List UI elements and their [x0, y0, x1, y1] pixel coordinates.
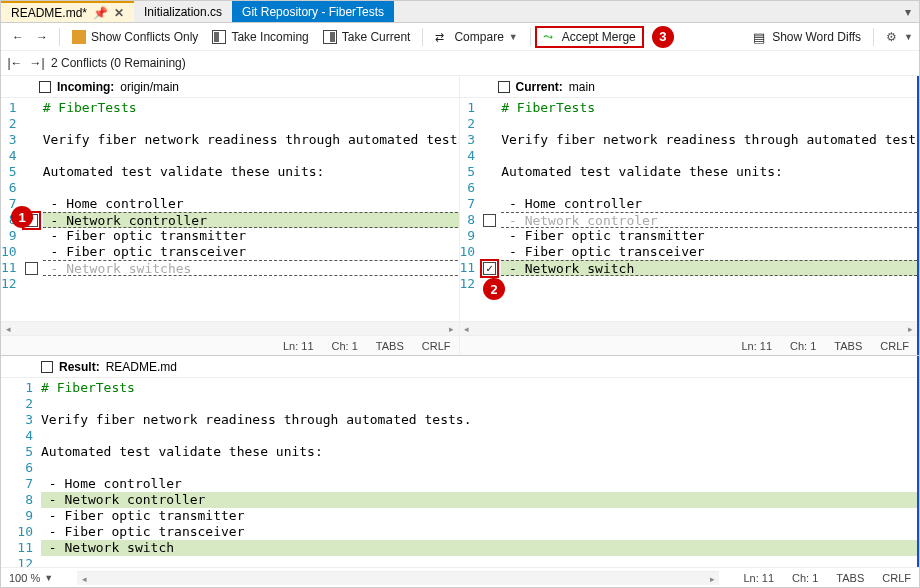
dropdown-arrow-icon: ▼ [509, 32, 518, 42]
code-line[interactable] [43, 180, 459, 196]
code-line[interactable]: - Home controller [501, 196, 917, 212]
current-code[interactable]: 123456789101112 # FiberTestsVerify fiber… [460, 98, 918, 321]
line-gutter: 123456789101112 [460, 98, 484, 321]
horizontal-scrollbar[interactable]: ◂ ▸ [1, 321, 459, 335]
first-conflict-icon[interactable]: |← [7, 56, 23, 70]
pane-icon [498, 81, 510, 93]
current-status: Ln: 11 Ch: 1 TABS CRLF [460, 335, 918, 355]
code-line[interactable]: - Fiber optic transmitter [501, 228, 917, 244]
code-line[interactable]: # FiberTests [43, 100, 459, 116]
code-line[interactable]: Verify fiber network readiness through a… [43, 132, 459, 148]
conflict-checkbox[interactable] [483, 262, 496, 275]
gear-icon[interactable]: ⚙ [880, 26, 902, 48]
scroll-right-icon[interactable]: ▸ [903, 322, 917, 336]
incoming-label: Incoming: [57, 80, 114, 94]
chevron-down-icon[interactable]: ▾ [905, 5, 911, 19]
code-line[interactable]: - Fiber optic transceiver [41, 524, 917, 540]
code-lines[interactable]: # FiberTestsVerify fiber network readine… [41, 378, 917, 567]
accept-merge-button[interactable]: Accept Merge [537, 28, 642, 46]
horizontal-scrollbar[interactable]: ◂ ▸ [77, 571, 719, 585]
tab-initialization[interactable]: Initialization.cs [134, 1, 232, 22]
close-icon[interactable]: ✕ [114, 6, 124, 20]
code-line[interactable]: Verify fiber network readiness through a… [501, 132, 917, 148]
take-current-icon [323, 30, 337, 44]
pane-icon [41, 361, 53, 373]
scroll-right-icon[interactable]: ▸ [705, 572, 719, 586]
code-line[interactable]: - Fiber optic transmitter [43, 228, 459, 244]
code-line[interactable]: - Network switch [41, 540, 917, 556]
status-tabs: TABS [836, 572, 864, 584]
tab-label: Initialization.cs [144, 5, 222, 19]
forward-button[interactable]: → [31, 26, 53, 48]
separator [422, 28, 423, 46]
code-line[interactable] [43, 116, 459, 132]
code-line[interactable] [41, 428, 917, 444]
back-button[interactable]: ← [7, 26, 29, 48]
callout-3: 3 [652, 26, 674, 48]
code-line[interactable]: Automated test validate these units: [501, 164, 917, 180]
code-line[interactable]: Verify fiber network readiness through a… [41, 412, 917, 428]
result-code[interactable]: 123456789101112 # FiberTestsVerify fiber… [1, 378, 917, 567]
conflict-nav-bar: |← →| 2 Conflicts (0 Remaining) [1, 51, 919, 76]
pin-icon[interactable]: 📌 [93, 6, 108, 20]
scroll-right-icon[interactable]: ▸ [445, 322, 459, 336]
horizontal-scrollbar[interactable]: ◂ ▸ [460, 321, 918, 335]
code-lines[interactable]: # FiberTestsVerify fiber network readine… [25, 98, 459, 321]
code-line[interactable]: - Network controller [41, 492, 917, 508]
tab-git-repo[interactable]: Git Repository - FiberTests [232, 1, 394, 22]
code-line[interactable]: Automated test validate these units: [43, 164, 459, 180]
incoming-code[interactable]: 123456789101112 # FiberTestsVerify fiber… [1, 98, 459, 321]
callout-1: 1 [11, 206, 33, 228]
button-label: Show Word Diffs [772, 30, 861, 44]
separator [59, 28, 60, 46]
code-line[interactable] [501, 276, 917, 292]
show-word-diffs-button[interactable]: Show Word Diffs [747, 28, 867, 46]
take-current-button[interactable]: Take Current [317, 28, 417, 46]
code-line[interactable] [501, 148, 917, 164]
code-line[interactable]: - Fiber optic transmitter [41, 508, 917, 524]
tab-readme[interactable]: README.md* 📌 ✕ [1, 1, 134, 22]
status-tabs: TABS [376, 340, 404, 352]
zoom-selector[interactable]: 100 % ▼ [9, 572, 53, 584]
scroll-left-icon[interactable]: ◂ [77, 572, 91, 586]
code-line[interactable] [41, 396, 917, 412]
code-line[interactable] [41, 460, 917, 476]
ide-window: README.md* 📌 ✕ Initialization.cs Git Rep… [0, 0, 920, 588]
current-pane: Current: main 123456789101112 # FiberTes… [460, 76, 920, 355]
code-line[interactable] [43, 148, 459, 164]
code-line[interactable] [501, 116, 917, 132]
tab-label: README.md* [11, 6, 87, 20]
dropdown-arrow-icon[interactable]: ▼ [904, 32, 913, 42]
code-line[interactable]: - Home controller [43, 196, 459, 212]
conflict-checkbox[interactable] [483, 214, 496, 227]
code-line[interactable] [501, 180, 917, 196]
code-line[interactable]: - Network controller [43, 212, 459, 228]
code-line[interactable]: Automated test validate these units: [41, 444, 917, 460]
scroll-left-icon[interactable]: ◂ [1, 322, 15, 336]
code-line[interactable] [43, 276, 459, 292]
show-conflicts-button[interactable]: Show Conflicts Only [66, 28, 204, 46]
code-line[interactable]: - Fiber optic transceiver [43, 244, 459, 260]
conflict-count: 2 Conflicts (0 Remaining) [51, 56, 186, 70]
code-line[interactable]: - Network controler [501, 212, 917, 228]
merge-icon [543, 30, 557, 44]
code-line[interactable]: - Home controller [41, 476, 917, 492]
button-label: Accept Merge [562, 30, 636, 44]
take-incoming-button[interactable]: Take Incoming [206, 28, 314, 46]
code-line[interactable]: # FiberTests [501, 100, 917, 116]
conflict-checkbox[interactable] [25, 262, 38, 275]
scroll-left-icon[interactable]: ◂ [460, 322, 474, 336]
code-line[interactable] [41, 556, 917, 567]
code-line[interactable]: - Fiber optic transceiver [501, 244, 917, 260]
code-line[interactable]: - Network switch [501, 260, 917, 276]
tab-bar: README.md* 📌 ✕ Initialization.cs Git Rep… [1, 1, 919, 23]
separator [873, 28, 874, 46]
compare-button[interactable]: Compare ▼ [429, 28, 523, 46]
status-ch: Ch: 1 [790, 340, 816, 352]
code-line[interactable]: # FiberTests [41, 380, 917, 396]
incoming-header: Incoming: origin/main [1, 76, 459, 98]
last-conflict-icon[interactable]: →| [29, 56, 45, 70]
code-lines[interactable]: # FiberTestsVerify fiber network readine… [483, 98, 917, 321]
code-line[interactable]: - Network switches [43, 260, 459, 276]
tab-label: Git Repository - FiberTests [242, 5, 384, 19]
